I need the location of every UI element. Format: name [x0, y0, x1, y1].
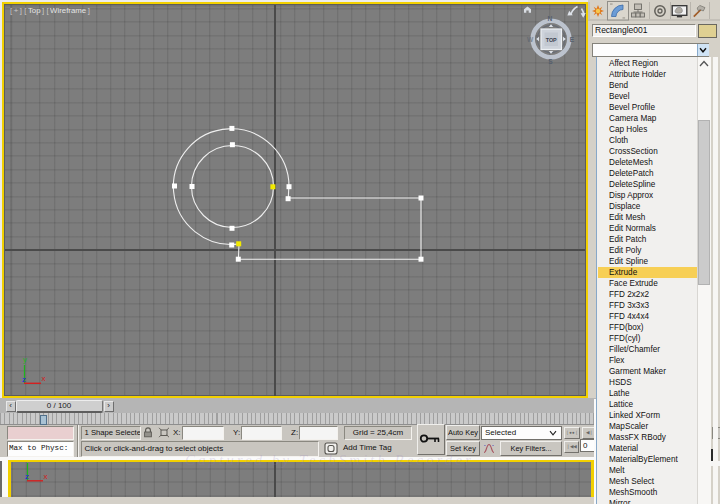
svg-text:z: z: [22, 375, 26, 384]
svg-text:TOP: TOP: [546, 37, 557, 43]
svg-text:x: x: [42, 374, 46, 383]
svg-text:E: E: [570, 36, 575, 43]
svg-text:x: x: [44, 472, 48, 481]
svg-text:z: z: [25, 472, 29, 481]
svg-text:W: W: [527, 36, 534, 43]
svg-text:y: y: [23, 355, 27, 364]
svg-text:N: N: [548, 15, 553, 22]
svg-text:S: S: [548, 58, 553, 65]
